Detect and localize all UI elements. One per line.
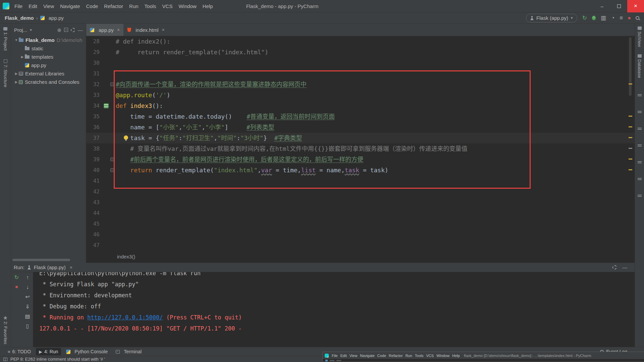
close-button[interactable]: × bbox=[627, 0, 644, 12]
gutter[interactable] bbox=[102, 111, 116, 122]
gutter[interactable] bbox=[102, 208, 116, 219]
code-line-42[interactable]: 42 bbox=[86, 186, 635, 197]
line-number[interactable]: 42 bbox=[86, 186, 102, 197]
overlay-window[interactable]: FileEditViewNavigateCodeRefactorRunTools… bbox=[322, 352, 644, 362]
overlay-menu-view[interactable]: View bbox=[348, 354, 359, 358]
code-line-38[interactable]: 38 # 变量名叫作var,页面通过var就能拿到时间内容,在html文件中用{… bbox=[86, 143, 635, 154]
menu-edit[interactable]: Edit bbox=[25, 1, 40, 11]
tool-strip-sciview[interactable]: SciView bbox=[637, 26, 642, 47]
line-number[interactable]: 46 bbox=[86, 229, 102, 240]
toolwindow-switcher-icon[interactable] bbox=[3, 358, 7, 361]
gutter[interactable] bbox=[102, 58, 116, 68]
overlay-menu-window[interactable]: Window bbox=[435, 354, 451, 358]
line-number[interactable]: 47 bbox=[86, 240, 102, 251]
menu-navigate[interactable]: Navigate bbox=[57, 1, 83, 11]
menu-code[interactable]: Code bbox=[83, 1, 101, 11]
tree-item-static[interactable]: static bbox=[11, 44, 86, 53]
line-number[interactable]: 32 bbox=[86, 79, 102, 90]
minimize-button[interactable]: – bbox=[594, 0, 610, 12]
overlay-menu-navigate[interactable]: Navigate bbox=[359, 354, 376, 358]
print-icon[interactable]: ▤ bbox=[25, 314, 30, 319]
code-line-41[interactable]: 41 bbox=[86, 176, 635, 186]
tab-close-icon[interactable]: × bbox=[117, 27, 120, 33]
breadcrumb-file[interactable]: app.py bbox=[49, 15, 64, 21]
line-number[interactable]: 40 bbox=[86, 165, 102, 176]
code-line-40[interactable]: 40 return render_template("index.html",v… bbox=[86, 165, 635, 176]
gutter[interactable] bbox=[102, 176, 116, 186]
collapse-all-button[interactable] bbox=[64, 28, 68, 32]
code-line-47[interactable]: 47 bbox=[86, 240, 635, 251]
toolwindow-button-todo[interactable]: ≡6: TODO bbox=[5, 348, 34, 355]
stripe-warning-mark[interactable] bbox=[629, 126, 632, 127]
line-number[interactable]: 33 bbox=[86, 90, 102, 101]
run-config-select[interactable]: Flask (app.py) ▾ bbox=[526, 14, 577, 22]
tree-item-templates[interactable]: ▶templates bbox=[11, 53, 86, 61]
console-link[interactable]: http://127.0.0.1:5000/ bbox=[87, 314, 163, 321]
stop-icon[interactable]: ■ bbox=[15, 285, 18, 289]
tab-index-html[interactable]: index.html× bbox=[123, 24, 168, 36]
code-line-32[interactable]: 32#向页面传递一个变量，渲染的作用就是把这些变量塞进静态内容网页中 bbox=[86, 79, 635, 90]
menu-view[interactable]: View bbox=[40, 1, 57, 11]
code-line-45[interactable]: 45 bbox=[86, 219, 635, 229]
line-number[interactable]: 34 bbox=[86, 101, 102, 111]
toolwindow-button-terminal[interactable]: Terminal bbox=[113, 348, 145, 355]
tool-strip-structure[interactable]: 7: Structure bbox=[3, 59, 8, 87]
settings-gear-icon[interactable] bbox=[612, 265, 617, 269]
context-breadcrumb[interactable]: index3() bbox=[86, 251, 635, 263]
tree-item-app-py[interactable]: app.py bbox=[11, 61, 86, 69]
stripe-warning-mark[interactable] bbox=[629, 83, 632, 84]
gutter[interactable] bbox=[102, 165, 116, 176]
rerun-icon[interactable]: ↻ bbox=[14, 275, 19, 280]
gutter[interactable] bbox=[102, 101, 116, 111]
gutter[interactable] bbox=[102, 186, 116, 197]
stripe-warning-mark[interactable] bbox=[629, 169, 632, 170]
code-line-33[interactable]: 33@app.route('/') bbox=[86, 90, 635, 101]
run-console[interactable]: E:\pyapplication\python\python.exe -m fl… bbox=[33, 272, 635, 347]
gutter[interactable] bbox=[102, 47, 116, 58]
gutter[interactable] bbox=[102, 90, 116, 101]
gutter[interactable] bbox=[102, 240, 116, 251]
line-number[interactable]: 29 bbox=[86, 47, 102, 58]
stripe-warning-mark[interactable] bbox=[629, 137, 632, 138]
tree-item-flask-demo[interactable]: ▼Flask_demoD:\demo\sh bbox=[11, 36, 86, 44]
overlay-menu-tools[interactable]: Tools bbox=[414, 354, 425, 358]
gutter[interactable] bbox=[102, 229, 116, 240]
overlay-menu-help[interactable]: Help bbox=[451, 354, 461, 358]
menu-window[interactable]: Window bbox=[175, 1, 199, 11]
line-number[interactable]: 30 bbox=[86, 58, 102, 68]
gutter[interactable] bbox=[102, 36, 116, 47]
gutter[interactable] bbox=[102, 143, 116, 154]
gutter[interactable] bbox=[102, 197, 116, 208]
code-line-46[interactable]: 46 bbox=[86, 229, 635, 240]
locate-file-button[interactable]: ⊕ bbox=[57, 27, 61, 33]
debug-icon[interactable] bbox=[592, 16, 596, 20]
run-manager-icon[interactable]: ≡ bbox=[620, 15, 623, 21]
maximize-button[interactable] bbox=[610, 0, 627, 12]
line-number[interactable]: 38 bbox=[86, 143, 102, 154]
soft-wrap-icon[interactable]: ↩ bbox=[25, 294, 30, 300]
line-number[interactable]: 31 bbox=[86, 68, 102, 79]
tool-strip-database[interactable]: Database bbox=[637, 54, 642, 78]
line-number[interactable]: 28 bbox=[86, 36, 102, 47]
line-number[interactable]: 45 bbox=[86, 219, 102, 229]
editor-scrollbar[interactable] bbox=[629, 37, 632, 96]
gutter[interactable] bbox=[102, 133, 116, 143]
stripe-warning-mark[interactable] bbox=[629, 116, 632, 117]
line-number[interactable]: 36 bbox=[86, 122, 102, 133]
gutter[interactable] bbox=[102, 219, 116, 229]
overlay-menu-refactor[interactable]: Refactor bbox=[387, 354, 404, 358]
gutter[interactable] bbox=[102, 122, 116, 133]
code-line-44[interactable]: 44 bbox=[86, 208, 635, 219]
code-line-28[interactable]: 28# def index2(): bbox=[86, 36, 635, 47]
tool-strip-favorites[interactable]: 2: Favorites bbox=[3, 316, 8, 344]
stripe-warning-mark[interactable] bbox=[629, 148, 632, 149]
line-number[interactable]: 37 bbox=[86, 133, 102, 143]
tab-close-icon[interactable]: × bbox=[162, 27, 165, 33]
line-number[interactable]: 39 bbox=[86, 154, 102, 165]
overlay-menu-code[interactable]: Code bbox=[376, 354, 387, 358]
breadcrumb-project[interactable]: Flask_demo bbox=[5, 15, 34, 21]
tree-item-scratches-and-consoles[interactable]: ▶Scratches and Consoles bbox=[11, 78, 86, 86]
tool-strip-project[interactable]: 1: Project bbox=[3, 27, 8, 51]
toolwindow-button-run[interactable]: ▶4: Run bbox=[36, 348, 61, 355]
project-hscrollbar[interactable] bbox=[12, 259, 70, 261]
